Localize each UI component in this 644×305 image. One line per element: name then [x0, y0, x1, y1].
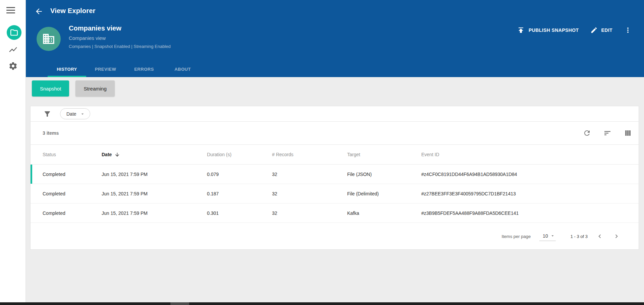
streaming-toggle-button[interactable]: Streaming	[75, 80, 114, 97]
edit-button[interactable]: EDIT	[590, 26, 613, 34]
table-row[interactable]: Completed Jun 15, 2021 7:59 PM 0.187 32 …	[31, 184, 639, 203]
list-toolbar: 3 items	[31, 122, 639, 145]
column-header-status[interactable]: Status	[43, 152, 102, 157]
view-avatar	[37, 27, 61, 51]
sort-desc-arrow-icon	[114, 152, 120, 158]
sidebar-item-settings[interactable]	[8, 61, 18, 71]
snapshot-toggle-button[interactable]: Snapshot	[32, 80, 69, 97]
filter-funnel-icon[interactable]	[43, 110, 51, 118]
history-table-card: Date 3 items Status	[30, 106, 639, 250]
column-header-event-id[interactable]: Event ID	[421, 152, 639, 157]
tab-history[interactable]: HISTORY	[48, 61, 86, 77]
previous-page-button[interactable]	[595, 232, 604, 241]
pagination-bar: Items per page 10 1 - 3 of 3	[31, 223, 639, 250]
column-header-target[interactable]: Target	[347, 152, 421, 157]
table-row[interactable]: Completed Jun 15, 2021 7:59 PM 0.301 32 …	[31, 203, 639, 223]
date-filter-chip[interactable]: Date	[60, 108, 90, 119]
page-size-select[interactable]: 10	[539, 232, 556, 241]
cell-duration: 0.187	[207, 191, 272, 196]
refresh-icon[interactable]	[583, 129, 591, 137]
cell-date: Jun 15, 2021 7:59 PM	[102, 191, 207, 196]
cell-records: 32	[272, 172, 347, 177]
cell-duration: 0.079	[207, 172, 272, 177]
items-per-page-label: Items per page	[501, 234, 531, 239]
menu-icon[interactable]	[6, 7, 19, 16]
items-count: 3 items	[43, 130, 59, 136]
sidebar-item-metrics[interactable]	[8, 45, 18, 55]
column-header-records[interactable]: # Records	[272, 152, 347, 157]
building-icon	[42, 32, 55, 46]
cell-date: Jun 15, 2021 7:59 PM	[102, 172, 207, 177]
publish-snapshot-button[interactable]: PUBLISH SNAPSHOT	[517, 26, 579, 34]
chevron-down-icon	[80, 111, 85, 117]
page-header: View Explorer Companies view Companies v…	[26, 0, 644, 77]
cell-status: Completed	[43, 191, 102, 196]
cell-records: 32	[272, 191, 347, 196]
tab-about[interactable]: ABOUT	[163, 61, 202, 77]
gear-icon	[8, 61, 18, 71]
pencil-icon	[590, 26, 601, 34]
tab-errors[interactable]: ERRORS	[125, 61, 163, 77]
cell-records: 32	[272, 210, 347, 216]
cell-event-id: #z27BEE3FF3E3F40059795DC7D1BF21413	[421, 191, 639, 196]
chevron-down-icon	[550, 233, 555, 238]
cell-target: File (JSON)	[347, 172, 421, 177]
mode-toggle-group: Snapshot Streaming	[32, 80, 115, 97]
next-page-button[interactable]	[612, 232, 621, 241]
back-button[interactable]	[33, 6, 45, 17]
table-header: Status Date Duration (s) # Records Targe…	[31, 145, 639, 165]
columns-icon[interactable]	[624, 129, 632, 137]
upload-icon	[517, 26, 529, 34]
page-range: 1 - 3 of 3	[571, 234, 588, 239]
line-chart-icon	[8, 45, 18, 54]
left-rail	[0, 0, 26, 302]
view-title: Companies view	[69, 24, 171, 32]
horizontal-scrollbar[interactable]	[0, 302, 644, 305]
cell-status: Completed	[43, 210, 102, 216]
cell-target: Kafka	[347, 210, 421, 216]
cell-date: Jun 15, 2021 7:59 PM	[102, 210, 207, 216]
cell-duration: 0.301	[207, 210, 272, 216]
tab-bar: HISTORY PREVIEW ERRORS ABOUT	[48, 61, 202, 77]
view-subtitle: Companies view	[69, 35, 171, 41]
more-options-button[interactable]	[624, 25, 632, 35]
arrow-left-icon	[35, 7, 43, 16]
cell-event-id: #z3B9B5FDEF5AA488F9A88FDA5D6CEE141	[421, 210, 639, 216]
column-header-duration[interactable]: Duration (s)	[207, 152, 272, 157]
cell-target: File (Delimited)	[347, 191, 421, 196]
folder-icon	[10, 28, 18, 37]
cell-event-id: #z4CF0C8191DD44F6A94B1AD58930A1D84	[421, 172, 639, 177]
cell-status: Completed	[43, 172, 102, 177]
column-header-date[interactable]: Date	[102, 152, 207, 158]
sort-icon[interactable]	[603, 129, 611, 137]
filter-bar: Date	[31, 106, 639, 122]
kebab-icon	[624, 26, 632, 34]
selected-row-indicator	[31, 165, 32, 184]
tab-preview[interactable]: PREVIEW	[86, 61, 125, 77]
scrollbar-thumb[interactable]	[170, 302, 189, 305]
history-panel: Snapshot Streaming Date 3 items	[26, 77, 644, 302]
page-title: View Explorer	[50, 7, 96, 15]
sidebar-item-views[interactable]	[7, 25, 21, 40]
view-meta: Companies | Snapshot Enabled | Streaming…	[69, 44, 171, 49]
table-row[interactable]: Completed Jun 15, 2021 7:59 PM 0.079 32 …	[31, 165, 639, 184]
